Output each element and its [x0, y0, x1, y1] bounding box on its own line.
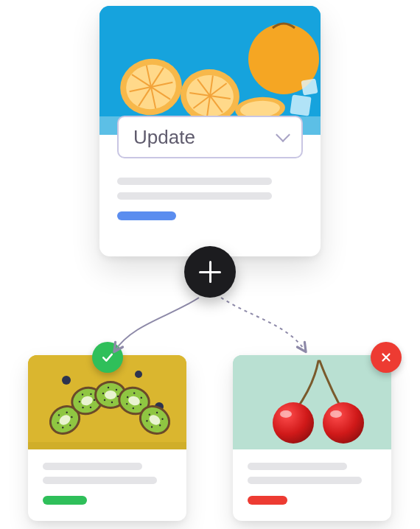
svg-point-21: [62, 376, 71, 385]
source-card: Update: [99, 6, 321, 256]
svg-rect-70: [233, 355, 391, 449]
svg-rect-17: [290, 94, 311, 116]
svg-point-74: [330, 410, 342, 418]
rejected-card: [233, 355, 391, 521]
placeholder-line: [117, 178, 272, 185]
approved-card: [28, 355, 186, 521]
rejected-card-image: [233, 355, 391, 449]
x-icon: [379, 351, 393, 364]
accent-pill: [43, 496, 87, 505]
update-select[interactable]: Update: [117, 116, 303, 158]
svg-point-51: [104, 399, 105, 401]
rejected-badge: [371, 342, 402, 373]
svg-point-47: [102, 393, 104, 394]
svg-point-48: [111, 402, 113, 403]
chevron-down-icon: [276, 127, 290, 142]
placeholder-line: [248, 477, 362, 484]
svg-rect-18: [301, 78, 318, 95]
svg-point-49: [108, 387, 109, 388]
svg-point-45: [105, 390, 116, 399]
svg-point-50: [116, 389, 117, 390]
update-select-label: Update: [133, 126, 195, 149]
placeholder-line: [248, 463, 347, 470]
branch-arrows: [88, 287, 332, 368]
placeholder-line: [117, 192, 272, 200]
placeholder-line: [43, 477, 157, 484]
arrow-to-rejected: [221, 298, 305, 351]
placeholder-line: [43, 463, 142, 470]
svg-point-73: [323, 402, 364, 444]
svg-rect-20: [28, 442, 186, 449]
arrow-to-approved: [115, 298, 199, 351]
plus-icon: [184, 246, 236, 298]
svg-point-71: [273, 402, 314, 444]
accent-pill: [248, 496, 287, 505]
accent-pill: [117, 211, 176, 220]
svg-point-22: [135, 371, 142, 378]
svg-point-72: [280, 410, 292, 418]
